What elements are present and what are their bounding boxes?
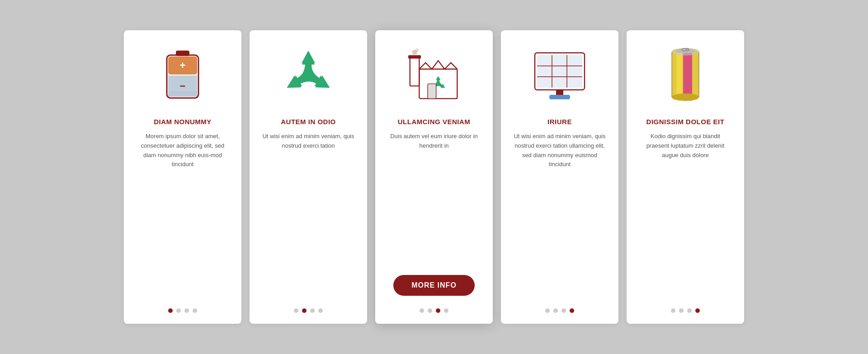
svg-text:+: + [180,60,186,71]
card-battery-dots [168,308,197,313]
svg-rect-15 [537,55,582,88]
card-monitor: IRIURE Ut wisi enim ad minim veniam, qui… [501,30,618,324]
svg-rect-21 [549,95,570,99]
dot-1 [553,308,558,313]
card-can-dots [671,308,700,313]
dot-2 [436,308,440,313]
svg-point-28 [672,93,699,101]
dot-2 [184,308,189,313]
dot-0 [168,308,173,313]
dot-0 [420,308,424,313]
card-can-text: Kodio dignissim qui blandit praesent lup… [639,132,731,300]
battery-icon: + − [151,44,214,107]
card-can-title: DIGNISSIM DOLOE EIT [646,118,725,126]
card-factory-title: ULLAMCING VENIAM [398,118,471,126]
can-icon [654,44,717,107]
card-factory-text: Duis autem vel eum iriure dolor in hendr… [388,132,480,266]
monitor-icon [528,44,591,107]
dot-3 [193,308,197,313]
dot-1 [302,308,307,313]
card-monitor-text: Ut wisi enim ad minim veniam, quis nostr… [514,132,606,300]
svg-rect-13 [428,84,436,99]
card-recycle-dots [294,308,323,313]
card-factory: ULLAMCING VENIAM Duis autem vel eum iriu… [375,30,493,324]
dot-0 [545,308,550,313]
dot-3 [444,308,448,313]
card-monitor-dots [545,308,574,313]
card-recycle: AUTEM IN ODIO Ut wisi enim ad minim veni… [250,30,367,324]
card-battery-title: DIAM NONUMMY [154,118,212,126]
card-monitor-title: IRIURE [547,118,572,126]
dot-3 [570,308,574,313]
card-recycle-title: AUTEM IN ODIO [281,118,336,126]
dot-1 [176,308,181,313]
svg-rect-1 [176,51,189,56]
cards-container: + − DIAM NONUMMY Morem ipsum dolor sit a… [0,12,868,342]
recycle-icon [277,44,340,107]
card-recycle-text: Ut wisi enim ad minim veniam, quis nostr… [262,132,354,300]
dot-2 [310,308,315,313]
svg-rect-9 [410,56,420,86]
dot-2 [561,308,566,313]
svg-rect-10 [408,55,421,58]
card-can: DIGNISSIM DOLOE EIT Kodio dignissim qui … [627,30,744,324]
dot-3 [695,308,700,313]
dot-3 [318,308,323,313]
dot-2 [687,308,692,313]
dot-1 [679,308,684,313]
dot-1 [428,308,432,313]
svg-rect-6 [168,91,197,97]
card-battery-text: Morem ipsum dolor sit amet, consectetuer… [137,132,229,300]
svg-text:−: − [180,80,186,92]
factory-icon [402,44,466,107]
card-factory-dots [420,308,448,313]
card-battery: + − DIAM NONUMMY Morem ipsum dolor sit a… [124,30,241,324]
more-info-button[interactable]: MORE INFO [393,275,475,296]
svg-point-12 [415,48,419,51]
dot-0 [294,308,298,313]
dot-0 [671,308,675,313]
